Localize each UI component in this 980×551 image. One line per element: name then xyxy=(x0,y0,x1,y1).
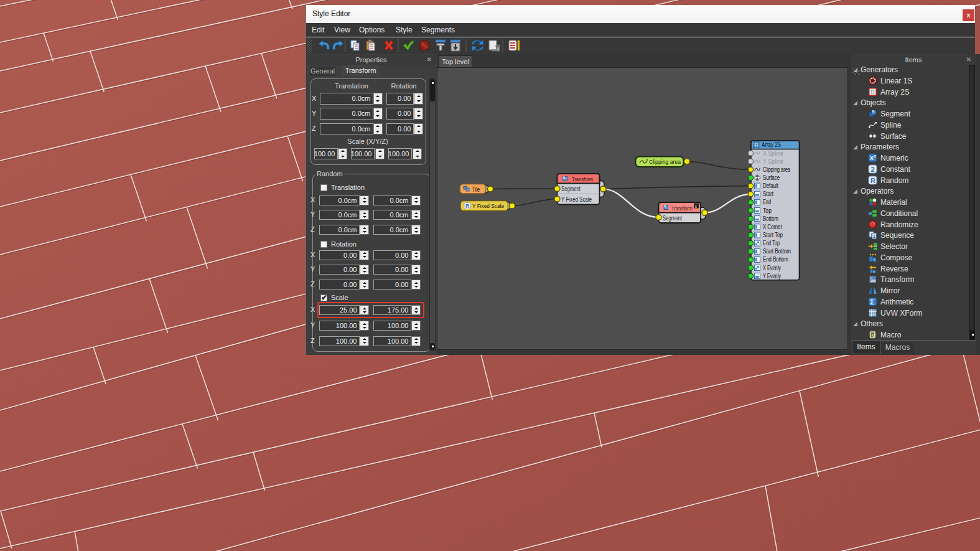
svg-text:Top: Top xyxy=(763,207,772,214)
svg-text:Array 2S: Array 2S xyxy=(762,141,781,148)
svg-text:R: R xyxy=(465,203,470,209)
svg-text:X Evenly: X Evenly xyxy=(763,264,781,271)
svg-text:X: X xyxy=(870,155,874,161)
svg-text:Y Spline: Y Spline xyxy=(763,158,783,164)
svg-text:Bottom: Bottom xyxy=(763,215,778,222)
svg-text:Segment: Segment xyxy=(663,215,682,222)
svg-text:Start Bottom: Start Bottom xyxy=(763,248,791,255)
svg-text:Y Fixed Scale: Y Fixed Scale xyxy=(561,196,592,203)
svg-text:Transform: Transform xyxy=(572,176,593,182)
svg-text:Surface: Surface xyxy=(763,174,780,181)
svg-text:X Spline: X Spline xyxy=(763,149,783,156)
svg-text:Clipping area: Clipping area xyxy=(763,166,790,172)
svg-text:Y Fixed Scale: Y Fixed Scale xyxy=(472,202,504,209)
svg-text:2: 2 xyxy=(873,234,875,238)
svg-text:M: M xyxy=(872,333,875,337)
svg-text:End: End xyxy=(763,199,771,205)
svg-text:Transform: Transform xyxy=(671,204,693,211)
svg-text:Y Evenly: Y Evenly xyxy=(763,272,781,279)
svg-text:X Corner: X Corner xyxy=(763,223,783,230)
svg-text:Tile: Tile xyxy=(472,186,480,192)
svg-text:2: 2 xyxy=(871,165,875,172)
svg-text:x: x xyxy=(695,204,698,208)
svg-text:Σ: Σ xyxy=(870,298,874,305)
svg-text:Clipping area: Clipping area xyxy=(649,158,681,165)
svg-text:End Bottom: End Bottom xyxy=(763,256,788,263)
svg-text:Start Top: Start Top xyxy=(763,231,783,238)
svg-text:End Top: End Top xyxy=(763,240,780,247)
svg-text:Segment: Segment xyxy=(561,186,581,192)
svg-text:Default: Default xyxy=(763,182,778,189)
svg-text:R: R xyxy=(870,176,875,184)
svg-text:Start: Start xyxy=(763,191,773,197)
